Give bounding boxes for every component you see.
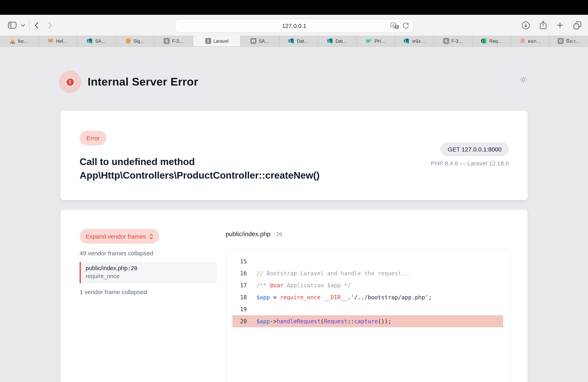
svg-text:PMA: PMA [10, 42, 15, 44]
svg-text:S: S [328, 39, 330, 42]
letter-G-favicon: G [558, 38, 564, 44]
exception-card: Error Call to undefined method App\Http\… [60, 111, 528, 200]
stack-frame-item[interactable]: public/index.php:20 require_once [80, 262, 217, 283]
svg-text:S: S [405, 39, 406, 42]
browser-tab-6[interactable]: 1Laravel [193, 36, 241, 46]
error-page: ! Internal Server Error Error Call to un… [0, 47, 588, 382]
letter-S-favicon: S [164, 38, 169, 44]
browser-tab-12[interactable]: SF-3… [434, 36, 473, 46]
gold-coin-favicon [125, 38, 131, 44]
line-number: 20 [232, 318, 247, 325]
exception-message: Call to undefined method App\Http\Contro… [80, 155, 384, 182]
expand-chevrons-icon [149, 233, 153, 239]
sidebar-chevron-icon[interactable] [21, 24, 25, 27]
tab-label: Req… [489, 38, 503, 43]
tab-label: PH… [374, 38, 385, 43]
stacktrace-card: Expand vendor frames 49 vendor frames co… [60, 210, 528, 382]
snippet-file-header: public/index.php:20 [226, 230, 510, 238]
browser-tab-13[interactable]: XReq… [473, 36, 511, 46]
tab-label: SA… [259, 38, 270, 43]
tab-label: Sig… [134, 38, 145, 43]
code-text: /** @var Application $app */ [256, 282, 351, 288]
tab-label: Dat… [297, 38, 309, 43]
browser-tab-3[interactable]: SSA… [77, 36, 116, 46]
vendor-frames-collapsed-below: 1 vendor frame collapsed [80, 288, 224, 295]
browser-tab-5[interactable]: SF-3… [154, 36, 193, 46]
code-text: $app = require_once __DIR__.'/../bootstr… [256, 294, 432, 301]
error-type-badge: Error [80, 131, 106, 145]
code-line-15: 15 [232, 255, 503, 267]
browser-tab-4[interactable]: Sig… [116, 36, 154, 46]
svg-text:3: 3 [370, 38, 371, 41]
browser-toolbar: 127.0.0.1 A [0, 15, 588, 36]
code-snippet-panel[interactable]: 1516// Bootstrap Laravel and handle the … [226, 249, 510, 382]
svg-text:W: W [366, 38, 370, 43]
tab-label: Dat… [336, 38, 347, 43]
excel-favicon: X [481, 38, 487, 44]
tab-label: ดอก… [528, 37, 541, 45]
exclamation-icon: ! [66, 78, 74, 86]
request-pill: GET 127.0.0.1:8000 [441, 142, 509, 156]
code-text: $app->handleRequest(Request::capture()); [256, 318, 391, 325]
tab-label: loc… [18, 38, 28, 43]
tab-overview-icon[interactable] [573, 21, 582, 29]
share-icon[interactable] [540, 21, 547, 30]
tab-label: Hel… [56, 38, 68, 43]
browser-tab-8[interactable]: SDat… [279, 36, 318, 46]
letter-S-favicon: S [443, 38, 449, 44]
letter-1-favicon: 1 [205, 38, 211, 44]
error-icon: ! [59, 71, 81, 93]
back-button[interactable] [34, 22, 39, 29]
tab-label: SA… [95, 38, 106, 43]
code-line-19: 19 [232, 303, 503, 315]
code-line-17: 17/** @var Application $app */ [232, 279, 503, 291]
code-text: // Bootstrap Laravel and handle the requ… [256, 270, 411, 277]
line-number: 17 [232, 282, 247, 288]
browser-tab-2[interactable]: Hel… [39, 36, 77, 46]
code-line-18: 18$app = require_once __DIR__.'/../boots… [232, 291, 503, 303]
tab-label: Laravel [213, 38, 228, 43]
toolbar-separator [29, 20, 30, 30]
reload-icon[interactable] [402, 22, 409, 29]
forward-button[interactable] [48, 22, 52, 29]
sidebar-toggle-icon[interactable] [8, 21, 16, 29]
tab-label: หนัง… [412, 37, 425, 45]
theme-toggle-sun-icon[interactable] [519, 76, 528, 84]
sharepoint-favicon: S [288, 38, 294, 44]
translate-icon[interactable]: A [390, 22, 399, 29]
line-number: 16 [232, 270, 247, 277]
address-bar[interactable]: 127.0.0.1 A [175, 19, 414, 33]
svg-text:A: A [392, 23, 394, 27]
menu-bar-black [0, 0, 588, 15]
tab-label: F-3… [451, 38, 463, 43]
page-title: Internal Server Error [88, 76, 198, 88]
code-line-20: 20$app->handleRequest(Request::capture()… [232, 315, 503, 327]
browser-tab-1[interactable]: PMAloc… [0, 36, 39, 46]
browser-tab-9[interactable]: SDat… [318, 36, 357, 46]
browser-tab-14[interactable]: ดอก… [511, 36, 550, 46]
line-number: 15 [232, 258, 247, 265]
sharepoint-favicon: S [404, 38, 410, 44]
browser-tab-11[interactable]: Sหนัง… [395, 36, 434, 46]
phpmyadmin-favicon: PMA [10, 38, 16, 44]
sharepoint-favicon: S [87, 38, 93, 44]
versions-text: PHP 8.4.6 — Laravel 12.18.0 [431, 160, 509, 167]
code-line-16: 16// Bootstrap Laravel and handle the re… [232, 267, 503, 279]
tab-label: F-3… [172, 38, 184, 43]
svg-text:S: S [88, 39, 89, 42]
browser-tab-10[interactable]: W3PH… [357, 36, 395, 46]
downloads-icon[interactable] [522, 21, 530, 29]
browser-tab-15[interactable]: Gบึงเว… [550, 36, 588, 46]
sharepoint-favicon: S [327, 38, 333, 44]
frame-method: require_once [85, 272, 212, 280]
tab-label: บึงเว… [566, 37, 580, 45]
w3schools-favicon: W3 [366, 38, 372, 44]
letter-M-favicon: M [251, 38, 256, 44]
red-chevrons-favicon [519, 38, 525, 44]
expand-vendor-frames-button[interactable]: Expand vendor frames [80, 229, 159, 244]
screen: 127.0.0.1 A [0, 0, 588, 382]
laravel-red-favicon [48, 38, 54, 44]
new-tab-icon[interactable] [556, 21, 564, 29]
browser-tab-7[interactable]: MSA… [241, 36, 279, 46]
url-text: 127.0.0.1 [282, 22, 306, 29]
